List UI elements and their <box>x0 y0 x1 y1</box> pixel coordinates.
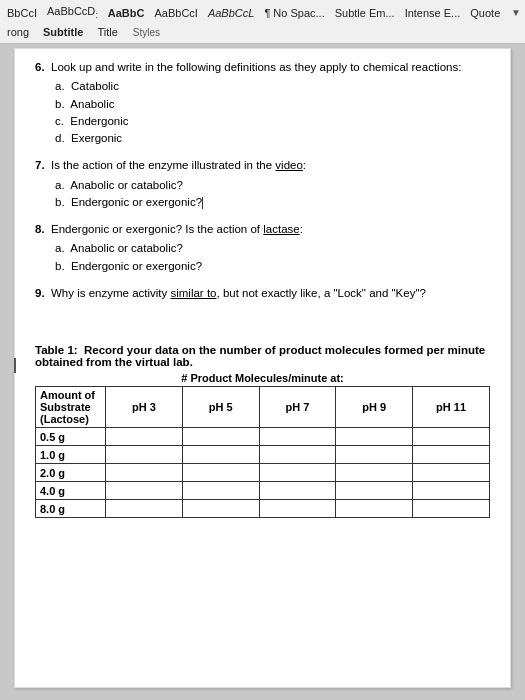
row-40g-label: 4.0 g <box>36 482 106 500</box>
q6-list: a. Catabolic b. Anabolic c. Endergonic d… <box>35 78 490 147</box>
row-05g-label: 0.5 g <box>36 428 106 446</box>
row-80g-ph7[interactable] <box>259 500 336 518</box>
q6-b: b. Anabolic <box>55 96 490 113</box>
style-aabbccl[interactable]: AaBbCcL <box>205 6 257 20</box>
col-ph5-header: pH 5 <box>182 387 259 428</box>
row-10g-ph9[interactable] <box>336 446 413 464</box>
style-subtleem[interactable]: Subtle Em... <box>332 6 398 20</box>
row-40g-ph5[interactable] <box>182 482 259 500</box>
row-10g-ph11[interactable] <box>413 446 490 464</box>
table-subtitle: # Product Molecules/minute at: <box>35 372 490 384</box>
q9-text: 9. Why is enzyme activity similar to, bu… <box>35 287 426 299</box>
table-row-05g: 0.5 g <box>36 428 490 446</box>
q7-a: a. Anabolic or catabolic? <box>55 177 490 194</box>
row-05g-ph3[interactable] <box>106 428 183 446</box>
q8-text: 8. Endergonic or exergonic? Is the actio… <box>35 223 303 235</box>
row-10g-label: 1.0 g <box>36 446 106 464</box>
row-40g-ph7[interactable] <box>259 482 336 500</box>
table-row-20g: 2.0 g <box>36 464 490 482</box>
q6-text: 6. Look up and write in the following de… <box>35 61 461 73</box>
col-ph7-header: pH 7 <box>259 387 336 428</box>
row-80g-ph9[interactable] <box>336 500 413 518</box>
data-table: Amount ofSubstrate(Lactose) pH 3 pH 5 pH… <box>35 386 490 518</box>
style-intensee[interactable]: Intense E... <box>402 6 464 20</box>
row-20g-label: 2.0 g <box>36 464 106 482</box>
styles-label: Styles <box>129 26 164 39</box>
style-aabbcci[interactable]: AaBbCcI <box>151 6 200 20</box>
nav-subtitle[interactable]: Subtitle <box>40 25 86 39</box>
row-80g-ph3[interactable] <box>106 500 183 518</box>
question-8: 8. Endergonic or exergonic? Is the actio… <box>35 221 490 275</box>
q6-a: a. Catabolic <box>55 78 490 95</box>
q6-c: c. Endergonic <box>55 113 490 130</box>
row-20g-ph5[interactable] <box>182 464 259 482</box>
col-ph9-header: pH 9 <box>336 387 413 428</box>
row-05g-ph9[interactable] <box>336 428 413 446</box>
styles-dropdown[interactable]: ▼ <box>511 7 521 18</box>
styles-row: BbCcI AaBbCcD: AaBbC AaBbCcI AaBbCcL ¶ N… <box>4 2 521 23</box>
nav-rong[interactable]: rong <box>4 25 32 39</box>
row-10g-ph5[interactable] <box>182 446 259 464</box>
row-05g-ph11[interactable] <box>413 428 490 446</box>
q8-a: a. Anabolic or catabolic? <box>55 240 490 257</box>
row-20g-ph7[interactable] <box>259 464 336 482</box>
toolbar: BbCcI AaBbCcD: AaBbC AaBbCcI AaBbCcL ¶ N… <box>0 0 525 44</box>
row-10g-ph7[interactable] <box>259 446 336 464</box>
row-20g-ph11[interactable] <box>413 464 490 482</box>
row-10g-ph3[interactable] <box>106 446 183 464</box>
table-row-40g: 4.0 g <box>36 482 490 500</box>
q7-text: 7. Is the action of the enzyme illustrat… <box>35 159 306 171</box>
row-05g-ph5[interactable] <box>182 428 259 446</box>
row-80g-ph5[interactable] <box>182 500 259 518</box>
table-row-10g: 1.0 g <box>36 446 490 464</box>
col-ph3-header: pH 3 <box>106 387 183 428</box>
q7-list: a. Anabolic or catabolic? b. Endergonic … <box>35 177 490 212</box>
q8-lactase-link: lactase <box>263 223 299 235</box>
table-section: Table 1: Record your data on the number … <box>35 344 490 518</box>
row-80g-label: 8.0 g <box>36 500 106 518</box>
table-header-row: Amount ofSubstrate(Lactose) pH 3 pH 5 pH… <box>36 387 490 428</box>
row-40g-ph3[interactable] <box>106 482 183 500</box>
col-ph11-header: pH 11 <box>413 387 490 428</box>
q8-list: a. Anabolic or catabolic? b. Endergonic … <box>35 240 490 275</box>
row-40g-ph9[interactable] <box>336 482 413 500</box>
nav-row: rong Subtitle Title Styles <box>4 23 521 41</box>
table-title: Table 1: Record your data on the number … <box>35 344 490 368</box>
style-bbcci[interactable]: BbCcI <box>4 6 40 20</box>
question-9: 9. Why is enzyme activity similar to, bu… <box>35 285 490 302</box>
q9-similar-link: similar to <box>170 287 216 299</box>
nav-title[interactable]: Title <box>94 25 120 39</box>
q7-b: b. Endergonic or exergonic? <box>55 194 490 211</box>
style-quote[interactable]: Quote <box>467 6 503 20</box>
style-aabbc[interactable]: AaBbC <box>105 6 148 20</box>
table-row-80g: 8.0 g <box>36 500 490 518</box>
question-6: 6. Look up and write in the following de… <box>35 59 490 147</box>
q6-d: d. Exergonic <box>55 130 490 147</box>
row-20g-ph9[interactable] <box>336 464 413 482</box>
q8-b: b. Endergonic or exergonic? <box>55 258 490 275</box>
document-area: 6. Look up and write in the following de… <box>14 48 511 688</box>
q7-video-link: video <box>275 159 303 171</box>
row-80g-ph11[interactable] <box>413 500 490 518</box>
question-7: 7. Is the action of the enzyme illustrat… <box>35 157 490 211</box>
row-20g-ph3[interactable] <box>106 464 183 482</box>
style-aabbccd[interactable]: AaBbCcD: <box>44 4 101 21</box>
row-40g-ph11[interactable] <box>413 482 490 500</box>
style-nospace[interactable]: ¶ No Spac... <box>261 6 327 20</box>
margin-mark <box>14 358 16 373</box>
col-substrate-header: Amount ofSubstrate(Lactose) <box>36 387 106 428</box>
text-cursor <box>202 197 203 209</box>
row-05g-ph7[interactable] <box>259 428 336 446</box>
spacer <box>35 312 490 330</box>
